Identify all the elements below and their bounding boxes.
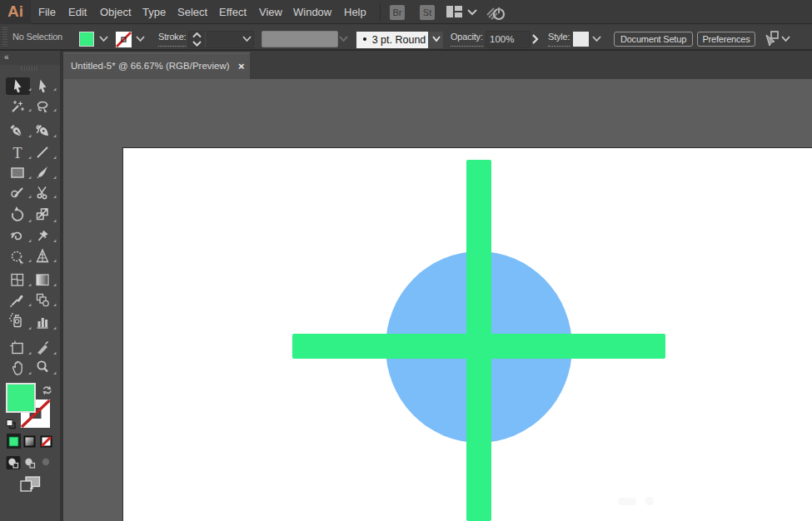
svg-text:T: T [13,145,22,161]
